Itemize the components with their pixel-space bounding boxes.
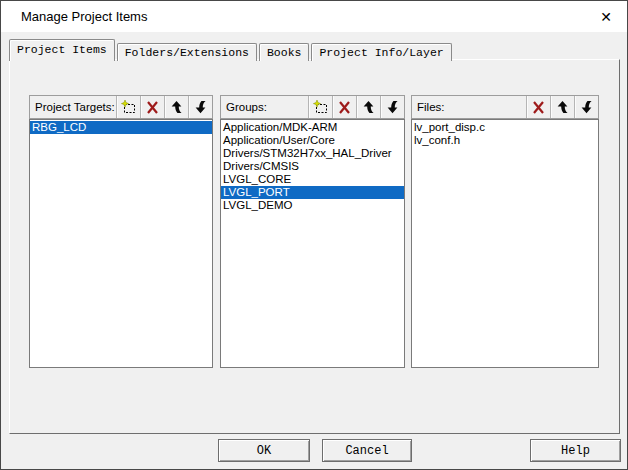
tab-project-items[interactable]: Project Items [9,39,115,61]
move-up-icon[interactable] [164,96,188,118]
files-list[interactable]: lv_port_disp.clv_conf.h [411,119,599,368]
move-up-icon[interactable] [550,96,574,118]
list-item[interactable]: Drivers/CMSIS [221,160,404,173]
move-up-icon[interactable] [356,96,380,118]
files-label: Files: [412,101,526,113]
cancel-button[interactable]: Cancel [322,439,412,462]
project-targets-list[interactable]: RBG_LCD [29,119,213,368]
delete-icon[interactable] [526,96,550,118]
list-item[interactable]: LVGL_CORE [221,173,404,186]
new-item-icon[interactable] [116,96,140,118]
delete-icon[interactable] [140,96,164,118]
list-item[interactable]: lv_conf.h [412,134,598,147]
groups-list[interactable]: Application/MDK-ARMApplication/User/Core… [220,119,405,368]
move-down-icon[interactable] [574,96,598,118]
groups-label: Groups: [221,101,308,113]
delete-icon[interactable] [332,96,356,118]
groups-header: Groups: [220,95,405,119]
title-bar: Manage Project Items ✕ [1,1,627,32]
tab-folders-extensions[interactable]: Folders/Extensions [117,43,257,61]
tab-books[interactable]: Books [259,43,310,61]
list-item[interactable]: Drivers/STM32H7xx_HAL_Driver [221,147,404,160]
project-targets-header: Project Targets: [29,95,213,119]
manage-project-items-dialog: Manage Project Items ✕ Project ItemsFold… [0,0,628,470]
new-item-icon[interactable] [308,96,332,118]
ok-button[interactable]: OK [218,439,310,462]
tab-project-info-layer[interactable]: Project Info/Layer [311,43,451,61]
move-down-icon[interactable] [188,96,212,118]
list-item[interactable]: lv_port_disp.c [412,121,598,134]
list-item[interactable]: LVGL_PORT [221,186,404,199]
list-item[interactable]: LVGL_DEMO [221,199,404,212]
files-header: Files: [411,95,599,119]
list-item[interactable]: RBG_LCD [30,121,212,134]
dialog-title: Manage Project Items [21,9,147,24]
close-icon[interactable]: ✕ [596,7,616,27]
list-item[interactable]: Application/MDK-ARM [221,121,404,134]
project-targets-label: Project Targets: [30,101,116,113]
help-button[interactable]: Help [530,439,621,462]
move-down-icon[interactable] [380,96,404,118]
list-item[interactable]: Application/User/Core [221,134,404,147]
tab-strip: Project ItemsFolders/ExtensionsBooksProj… [9,39,454,60]
